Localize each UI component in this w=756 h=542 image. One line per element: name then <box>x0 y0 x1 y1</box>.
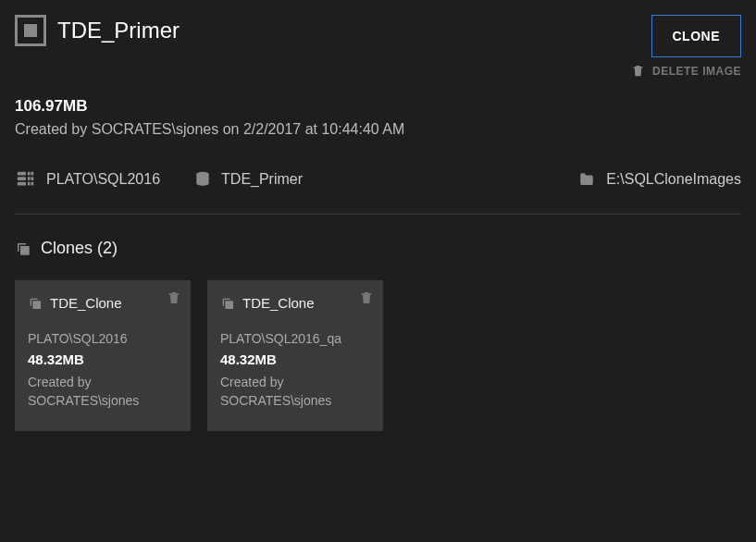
clone-size: 48.32MB <box>220 351 370 367</box>
image-square-icon <box>15 15 46 46</box>
clone-button[interactable]: CLONE <box>651 15 742 57</box>
svg-rect-7 <box>31 177 34 180</box>
clone-cards: TDE_Clone PLATO\SQL2016 48.32MB Created … <box>15 280 741 431</box>
svg-rect-3 <box>28 172 31 176</box>
clone-card[interactable]: TDE_Clone PLATO\SQL2016 48.32MB Created … <box>15 280 191 431</box>
clone-icon <box>220 296 235 311</box>
trash-icon[interactable] <box>359 289 374 306</box>
clone-icon <box>15 240 31 257</box>
header: TDE_Primer CLONE DELETE IMAGE <box>15 15 741 79</box>
svg-rect-0 <box>18 172 26 176</box>
svg-rect-6 <box>31 172 34 176</box>
folder-icon <box>576 171 597 188</box>
trash-icon[interactable] <box>167 289 181 306</box>
svg-rect-4 <box>28 177 31 180</box>
clone-icon <box>28 296 43 311</box>
clone-card[interactable]: TDE_Clone PLATO\SQL2016_qa 48.32MB Creat… <box>207 280 383 431</box>
db-name: TDE_Primer <box>221 171 303 188</box>
svg-rect-8 <box>31 182 34 186</box>
image-created-text: Created by SOCRATES\sjones on 2/2/2017 a… <box>15 121 741 138</box>
folder-path: E:\SQLCloneImages <box>606 171 741 188</box>
clone-created-by: Created by SOCRATES\sjones <box>220 373 370 411</box>
clone-created-by: Created by SOCRATES\sjones <box>28 373 178 411</box>
clone-server: PLATO\SQL2016 <box>28 331 178 346</box>
clone-server: PLATO\SQL2016_qa <box>220 331 370 346</box>
trash-icon <box>631 63 645 79</box>
database-meta: TDE_Primer <box>193 169 303 190</box>
clone-size: 48.32MB <box>28 351 178 367</box>
delete-image-label: DELETE IMAGE <box>652 65 741 78</box>
server-meta: PLATO\SQL2016 <box>15 169 160 190</box>
clone-name: TDE_Clone <box>50 295 122 311</box>
server-name: PLATO\SQL2016 <box>46 171 160 188</box>
page-title: TDE_Primer <box>57 18 180 43</box>
header-actions: CLONE DELETE IMAGE <box>631 15 741 79</box>
delete-image-link[interactable]: DELETE IMAGE <box>631 63 741 79</box>
clone-name: TDE_Clone <box>242 295 315 311</box>
svg-rect-11 <box>32 301 41 309</box>
database-icon <box>193 169 212 190</box>
svg-rect-1 <box>18 177 26 180</box>
image-size: 106.97MB <box>15 97 741 116</box>
svg-rect-2 <box>18 182 26 186</box>
clones-heading: Clones (2) <box>15 239 741 258</box>
title-wrap: TDE_Primer <box>15 15 180 46</box>
meta-row: PLATO\SQL2016 TDE_Primer E:\SQLCloneImag… <box>15 169 741 215</box>
svg-rect-12 <box>225 301 233 309</box>
svg-rect-10 <box>20 246 30 255</box>
svg-rect-5 <box>28 182 31 186</box>
server-icon <box>15 169 37 190</box>
clones-heading-text: Clones (2) <box>41 239 118 258</box>
folder-meta: E:\SQLCloneImages <box>576 171 741 188</box>
